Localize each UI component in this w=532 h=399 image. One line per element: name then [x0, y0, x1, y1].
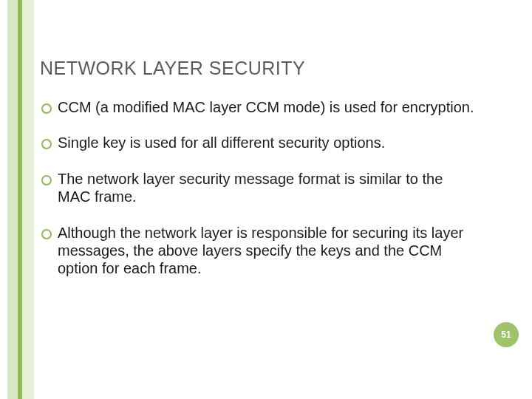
slide: NETWORK LAYER SECURITY CCM (a modified M… — [0, 0, 532, 399]
slide-title: NETWORK LAYER SECURITY — [40, 58, 476, 79]
content-area: NETWORK LAYER SECURITY CCM (a modified M… — [34, 0, 483, 399]
accent-stripe-inner — [22, 0, 34, 399]
page-number-badge: 51 — [494, 322, 519, 347]
bullet-list: CCM (a modified MAC layer CCM mode) is u… — [40, 98, 476, 278]
list-item: The network layer security message forma… — [40, 170, 476, 206]
list-item: CCM (a modified MAC layer CCM mode) is u… — [40, 98, 476, 116]
list-item: Although the network layer is responsibl… — [40, 224, 476, 278]
page-number: 51 — [501, 330, 511, 340]
accent-stripe-outer — [7, 0, 18, 399]
list-item: Single key is used for all different sec… — [40, 134, 476, 151]
